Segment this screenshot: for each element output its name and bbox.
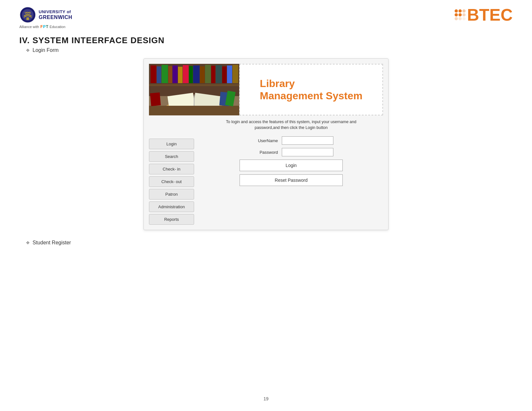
subsection2-label: ❖ Student Register [19, 240, 513, 246]
fpt-logo: FPT [40, 24, 48, 29]
svg-rect-12 [183, 65, 189, 83]
administration-nav-button[interactable]: Administration [149, 201, 194, 212]
page-number: 19 [263, 396, 269, 401]
svg-rect-3 [26, 17, 29, 20]
svg-rect-16 [205, 65, 211, 83]
username-row: UserName [199, 136, 383, 145]
alliance-text: Alliance with [19, 25, 39, 29]
svg-rect-21 [232, 65, 238, 83]
app-window: Library Management System Login Search C… [143, 58, 389, 230]
patron-nav-button[interactable]: Patron [149, 189, 194, 200]
username-label: UserName [249, 138, 278, 143]
reset-password-button[interactable]: Reset Password [240, 174, 343, 186]
btec-dots-icon [455, 9, 466, 20]
app-title: Library Management System [260, 77, 362, 102]
student-register-label: Student Register [33, 240, 71, 246]
login-form: To login and access the features of this… [199, 119, 383, 225]
checkout-nav-button[interactable]: Check- out [149, 176, 194, 187]
svg-rect-18 [216, 65, 222, 83]
checkin-nav-button[interactable]: Check- in [149, 164, 194, 174]
app-top-section: Library Management System [149, 64, 383, 115]
login-button[interactable]: Login [240, 160, 343, 171]
page-header: UOG UNIVERSITY of GREENWICH Alliance wit… [0, 0, 532, 32]
app-title-box: Library Management System [239, 64, 383, 115]
app-body: Login Search Check- in Check- out Patron… [149, 119, 383, 225]
fpt-f: F [40, 24, 43, 29]
svg-rect-27 [149, 106, 239, 115]
btec-logo: BTEC [455, 6, 513, 23]
nav-buttons: Login Search Check- in Check- out Patron… [149, 119, 194, 225]
svg-rect-14 [193, 65, 200, 83]
uni-name-greenwich: GREENWICH [39, 14, 72, 20]
svg-rect-13 [189, 66, 193, 83]
fpt-p: P [43, 24, 45, 29]
svg-rect-9 [168, 66, 172, 83]
svg-rect-6 [151, 65, 156, 83]
svg-rect-17 [211, 66, 215, 83]
svg-text:UOG: UOG [25, 11, 31, 14]
main-content: IV. SYSTEM INTEERFACE DESIGN ❖ Login For… [0, 32, 532, 257]
login-nav-button[interactable]: Login [149, 139, 194, 149]
svg-rect-20 [227, 65, 232, 83]
password-input[interactable] [282, 148, 333, 156]
alliance-line: Alliance with FPT Education [19, 24, 65, 29]
svg-rect-8 [162, 65, 168, 83]
uni-crest-icon: UOG [19, 6, 36, 23]
login-form-label: Login Form [33, 47, 59, 53]
fpt-t: T [46, 24, 48, 29]
app-title-line2: Management System [260, 90, 362, 102]
svg-rect-15 [200, 66, 205, 83]
bullet-icon: ❖ [26, 48, 30, 53]
search-nav-button[interactable]: Search [149, 151, 194, 162]
svg-rect-11 [178, 67, 182, 83]
username-input[interactable] [282, 136, 333, 145]
section-title: IV. SYSTEM INTEERFACE DESIGN [19, 35, 513, 45]
subsection1-label: ❖ Login Form [19, 47, 513, 53]
svg-rect-19 [222, 66, 227, 83]
library-image [149, 64, 239, 115]
password-label: Password [249, 150, 278, 155]
app-title-line1: Library [260, 77, 362, 90]
svg-rect-7 [157, 66, 161, 83]
svg-rect-10 [172, 65, 178, 83]
bullet2-icon: ❖ [26, 240, 30, 245]
reports-nav-button[interactable]: Reports [149, 214, 194, 225]
svg-rect-22 [149, 84, 239, 86]
btec-text: BTEC [467, 6, 513, 23]
password-row: Password [199, 148, 383, 156]
form-instruction: To login and access the features of this… [199, 119, 383, 131]
university-logo: UOG UNIVERSITY of GREENWICH Alliance wit… [19, 6, 72, 29]
svg-rect-28 [150, 93, 161, 106]
uni-name-top: UNIVERSITY of [39, 9, 72, 15]
education-text: Education [50, 25, 65, 29]
